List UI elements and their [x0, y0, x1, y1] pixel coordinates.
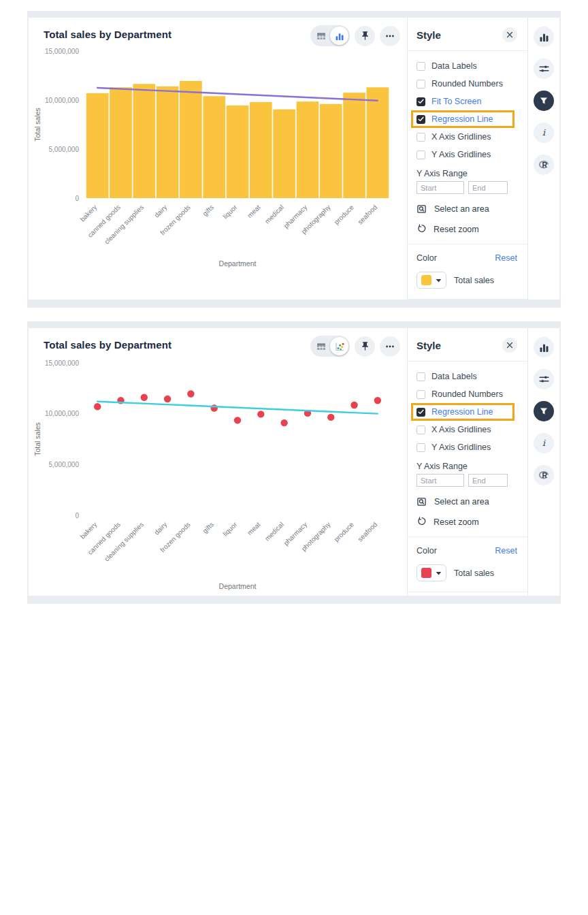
checked-checkbox[interactable]	[416, 115, 425, 124]
select-an-area-button[interactable]: Select an area	[416, 204, 517, 214]
bar-produce[interactable]	[343, 93, 365, 198]
filter-button[interactable]	[534, 91, 554, 111]
point-meat[interactable]	[257, 411, 264, 417]
bar-pharmacy[interactable]	[297, 101, 319, 198]
chart-type-table-button[interactable]	[312, 27, 330, 45]
bar-gifts[interactable]	[203, 96, 225, 198]
color-reset-link[interactable]: Reset	[495, 253, 517, 263]
chart-toolbar	[310, 25, 400, 46]
style-options: Data LabelsRounded NumbersFit To ScreenR…	[416, 61, 517, 159]
bar-cleaning-supplies[interactable]	[133, 84, 155, 198]
point-dairy[interactable]	[164, 396, 171, 402]
point-cleaning-supplies[interactable]	[141, 394, 148, 401]
pin-button[interactable]	[355, 26, 375, 46]
info-button[interactable]: i	[534, 123, 554, 143]
style-panel-header: Style	[416, 338, 517, 353]
series-color-dropdown[interactable]	[416, 272, 446, 289]
reset-zoom-button[interactable]: Reset zoom	[416, 224, 517, 234]
close-button[interactable]	[502, 27, 517, 42]
unchecked-checkbox[interactable]	[416, 150, 425, 159]
bar-canned-goods[interactable]	[110, 87, 132, 198]
unchecked-checkbox[interactable]	[416, 390, 425, 399]
bar-meat[interactable]	[250, 102, 272, 198]
info-icon: i	[539, 438, 549, 448]
point-liquor[interactable]	[234, 417, 241, 423]
style-panel: StyleData LabelsRounded NumbersRegressio…	[407, 328, 528, 596]
bar-seafood[interactable]	[366, 87, 389, 198]
y-axis-range-end-input[interactable]	[468, 474, 508, 487]
option-label: Y Axis Gridlines	[431, 150, 491, 159]
point-produce[interactable]	[350, 402, 357, 408]
style-panel-title: Style	[416, 29, 441, 41]
unchecked-checkbox[interactable]	[416, 443, 425, 452]
bar-chart-button[interactable]	[534, 337, 554, 357]
point-bakery[interactable]	[94, 403, 101, 410]
checked-checkbox[interactable]	[416, 97, 425, 106]
chart-region: Total sales by Department05,000,00010,00…	[29, 328, 407, 596]
info-button[interactable]: i	[534, 433, 554, 453]
select-area-icon	[416, 496, 427, 507]
unchecked-checkbox[interactable]	[416, 372, 425, 381]
point-photography[interactable]	[327, 414, 334, 421]
x-tick-label-gifts: gifts	[201, 521, 215, 535]
select-an-area-button[interactable]: Select an area	[416, 496, 517, 507]
option-label: Regression Line	[431, 407, 493, 417]
r-logo-button[interactable]: R	[534, 155, 554, 175]
y-axis-range-start-input[interactable]	[416, 474, 464, 487]
point-gifts[interactable]	[210, 404, 217, 411]
style-panel-header: Style	[416, 27, 517, 42]
bar-bakery[interactable]	[86, 93, 109, 198]
series-label: Total sales	[454, 276, 494, 285]
color-section-divider	[408, 536, 527, 537]
unchecked-checkbox[interactable]	[416, 426, 425, 434]
series-color-dropdown[interactable]	[416, 564, 446, 581]
series-color-row: Total sales	[416, 564, 517, 581]
select-area-icon	[416, 204, 427, 214]
more-options-button[interactable]	[380, 336, 400, 357]
style-option-rounded-numbers: Rounded Numbers	[416, 389, 517, 399]
bar-chart-button[interactable]	[534, 27, 554, 47]
more-options-button[interactable]	[380, 26, 400, 46]
option-label: Rounded Numbers	[431, 79, 503, 89]
y-axis-range-end-input[interactable]	[468, 181, 508, 194]
style-panel: StyleData LabelsRounded NumbersFit To Sc…	[407, 18, 528, 300]
sliders-button[interactable]	[534, 59, 554, 79]
bar-dairy[interactable]	[157, 86, 179, 198]
chart-type-bar-chart-button[interactable]	[330, 27, 348, 45]
table-icon	[316, 31, 327, 42]
sliders-button[interactable]	[534, 369, 554, 389]
color-section-header: ColorReset	[416, 546, 517, 556]
y-tick-label: 5,000,000	[49, 461, 80, 468]
pin-button[interactable]	[355, 336, 375, 357]
y-axis-range-start-input[interactable]	[416, 181, 464, 194]
r-logo-button[interactable]: R	[534, 465, 554, 485]
x-tick-label-medical: medical	[263, 204, 285, 225]
bar-liquor[interactable]	[227, 106, 249, 198]
color-reset-link[interactable]: Reset	[495, 546, 517, 556]
reset-zoom-button[interactable]: Reset zoom	[416, 517, 517, 527]
unchecked-checkbox[interactable]	[416, 133, 425, 142]
point-medical[interactable]	[280, 419, 287, 426]
bar-chart[interactable]: 05,000,00010,000,00015,000,000Total sale…	[29, 40, 393, 270]
bar-medical[interactable]	[273, 110, 295, 198]
unchecked-checkbox[interactable]	[416, 62, 425, 71]
scatter-chart[interactable]: 05,000,00010,000,00015,000,000Total sale…	[29, 351, 393, 593]
y-tick-label: 15,000,000	[45, 359, 79, 367]
filter-button[interactable]	[534, 401, 554, 421]
chart-type-scatter-chart-button[interactable]	[330, 337, 348, 355]
x-axis-title: Department	[219, 259, 257, 268]
bar-frozen-goods[interactable]	[180, 81, 202, 198]
y-tick-label: 15,000,000	[45, 48, 79, 55]
style-option-y-axis-gridlines: Y Axis Gridlines	[416, 443, 517, 452]
point-frozen-goods[interactable]	[187, 390, 194, 397]
style-option-x-axis-gridlines: X Axis Gridlines	[416, 425, 517, 434]
more-icon	[385, 341, 395, 352]
chart-type-table-button[interactable]	[312, 337, 330, 355]
bar-photography[interactable]	[320, 104, 342, 198]
close-button[interactable]	[502, 338, 517, 353]
option-label: Regression Line	[431, 114, 493, 124]
x-tick-label-gifts: gifts	[201, 204, 215, 218]
checked-checkbox[interactable]	[416, 408, 425, 417]
point-seafood[interactable]	[374, 397, 381, 404]
unchecked-checkbox[interactable]	[416, 80, 425, 89]
